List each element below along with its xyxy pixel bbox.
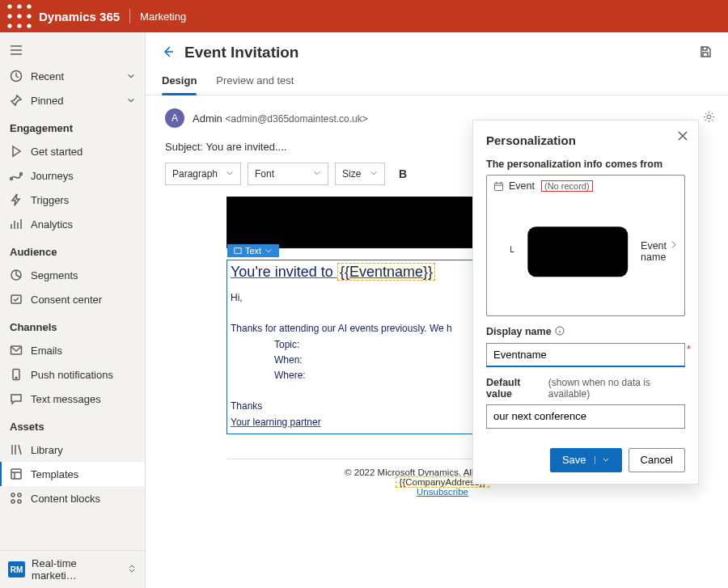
svg-point-3 xyxy=(7,14,11,18)
mail-icon xyxy=(10,344,23,357)
chevron-down-icon xyxy=(370,168,378,180)
sidebar-segments[interactable]: Segments xyxy=(0,263,145,287)
main-content: Event Invitation Design Preview and test… xyxy=(146,32,728,588)
nav-label: Segments xyxy=(31,269,78,281)
back-button[interactable] xyxy=(162,45,175,61)
chat-icon xyxy=(10,392,23,405)
nav-label: Push notifications xyxy=(31,369,113,381)
svg-rect-24 xyxy=(494,183,502,190)
sidebar-recent[interactable]: Recent xyxy=(0,64,145,88)
chevron-right-icon xyxy=(670,239,678,252)
sidebar-triggers[interactable]: Triggers xyxy=(0,188,145,212)
chart-icon xyxy=(10,218,23,231)
chevron-down-icon xyxy=(226,168,234,180)
font-select[interactable]: Font xyxy=(248,163,328,185)
panel-title: Personalization xyxy=(486,133,685,147)
svg-rect-23 xyxy=(235,248,241,254)
sidebar: Recent Pinned Engagement Get started Jou… xyxy=(0,32,146,588)
nav-label: Pinned xyxy=(31,95,63,107)
template-icon xyxy=(10,467,23,480)
sidebar-library[interactable]: Library xyxy=(0,438,145,462)
svg-point-5 xyxy=(27,14,31,18)
block-badge[interactable]: Text xyxy=(227,244,279,257)
save-button[interactable]: Save xyxy=(550,448,622,472)
area-label: Real-time marketi… xyxy=(32,557,121,582)
nav-label: Recent xyxy=(31,70,64,82)
sidebar-templates[interactable]: Templates xyxy=(0,462,145,486)
bolt-icon xyxy=(10,193,23,206)
nav-label: Analytics xyxy=(31,218,73,231)
default-input[interactable] xyxy=(486,404,685,429)
save-split[interactable] xyxy=(595,456,610,464)
sidebar-analytics[interactable]: Analytics xyxy=(0,212,145,236)
tab-design[interactable]: Design xyxy=(162,68,197,95)
area-badge: RM xyxy=(8,561,25,577)
sidebar-text-messages[interactable]: Text messages xyxy=(0,387,145,411)
source-label: The personalization info comes from xyxy=(486,159,685,170)
svg-point-1 xyxy=(17,4,21,8)
field-icon xyxy=(519,193,637,311)
hamburger-icon[interactable] xyxy=(0,39,145,64)
info-icon[interactable] xyxy=(555,326,565,338)
calendar-icon xyxy=(493,181,504,192)
nav-label: Templates xyxy=(31,468,78,480)
play-icon xyxy=(10,145,23,158)
sidebar-pinned[interactable]: Pinned xyxy=(0,88,145,112)
svg-point-2 xyxy=(27,4,31,8)
no-record-badge: (No record) xyxy=(541,180,593,192)
unsubscribe-link[interactable]: Unsubscribe xyxy=(417,487,468,497)
paragraph-select[interactable]: Paragraph xyxy=(165,163,241,185)
svg-point-18 xyxy=(11,493,15,497)
svg-point-16 xyxy=(15,377,17,379)
nav-label: Consent center xyxy=(31,294,102,306)
chevron-down-icon xyxy=(313,168,321,180)
page-header: Event Invitation xyxy=(146,32,728,68)
close-button[interactable] xyxy=(677,130,688,144)
group-audience: Audience xyxy=(0,236,145,263)
chevron-down-icon xyxy=(127,95,135,107)
svg-rect-17 xyxy=(11,469,21,479)
chevron-down-icon xyxy=(265,247,273,255)
sidebar-consent[interactable]: Consent center xyxy=(0,287,145,311)
text-icon xyxy=(234,247,242,255)
token-eventname[interactable]: {{Eventname}} xyxy=(337,263,435,281)
sidebar-content-blocks[interactable]: Content blocks xyxy=(0,486,145,510)
svg-point-7 xyxy=(17,23,21,27)
sidebar-get-started[interactable]: Get started xyxy=(0,139,145,163)
sidebar-emails[interactable]: Emails xyxy=(0,338,145,362)
pin-icon xyxy=(10,94,23,107)
chevron-down-icon xyxy=(127,70,135,82)
gear-icon[interactable] xyxy=(703,111,715,125)
source-picker[interactable]: Event (No record) └ Event name xyxy=(486,175,685,316)
push-icon xyxy=(10,368,23,381)
sidebar-push[interactable]: Push notifications xyxy=(0,362,145,387)
subject-label: Subject: xyxy=(165,141,203,153)
nav-label: Triggers xyxy=(31,194,69,206)
segments-icon xyxy=(10,269,23,281)
group-assets: Assets xyxy=(0,411,145,438)
svg-point-8 xyxy=(27,23,31,27)
default-label: Default value (shown when no data is ava… xyxy=(486,377,685,400)
displayname-input[interactable] xyxy=(486,343,685,367)
nav-label: Content blocks xyxy=(31,493,100,505)
nav-label: Library xyxy=(31,444,63,456)
svg-point-19 xyxy=(18,493,21,497)
displayname-label: Display name xyxy=(486,326,685,338)
sidebar-journeys[interactable]: Journeys xyxy=(0,163,145,188)
cancel-button[interactable]: Cancel xyxy=(629,448,685,472)
updown-icon xyxy=(127,564,137,576)
svg-point-4 xyxy=(17,14,21,18)
app-launcher-icon[interactable] xyxy=(6,3,32,29)
save-icon[interactable] xyxy=(699,45,712,61)
nav-label: Journeys xyxy=(31,170,74,182)
svg-point-20 xyxy=(11,500,15,503)
svg-point-6 xyxy=(7,23,11,27)
size-select[interactable]: Size xyxy=(335,163,385,185)
tab-preview[interactable]: Preview and test xyxy=(216,68,294,95)
area-switcher[interactable]: RM Real-time marketi… xyxy=(0,550,145,588)
divider xyxy=(129,9,130,23)
clock-icon xyxy=(10,70,23,82)
svg-point-21 xyxy=(18,500,21,503)
nav-label: Emails xyxy=(31,345,62,357)
bold-button[interactable]: B xyxy=(392,163,414,185)
